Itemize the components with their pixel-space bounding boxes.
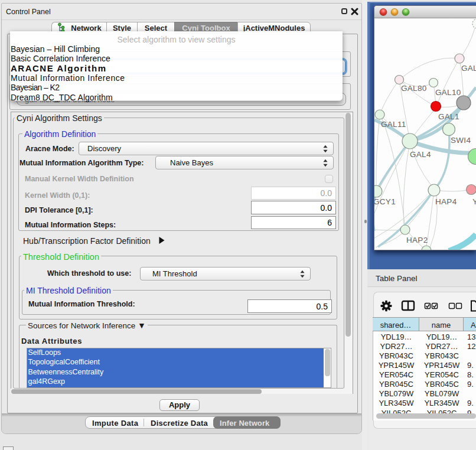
svg-text:HAP4: HAP4 bbox=[435, 197, 457, 206]
svg-text:GAL1: GAL1 bbox=[438, 112, 459, 121]
svg-text:Y: Y bbox=[472, 197, 476, 206]
svg-text:GCY1: GCY1 bbox=[374, 197, 396, 206]
svg-text:GAL80: GAL80 bbox=[401, 84, 427, 93]
svg-text:GAL: GAL bbox=[461, 64, 476, 73]
svg-text:HAP2: HAP2 bbox=[406, 236, 428, 244]
svg-text:SWI4: SWI4 bbox=[451, 136, 471, 145]
svg-text:GAL11: GAL11 bbox=[381, 120, 406, 129]
svg-text:GAL10: GAL10 bbox=[435, 88, 461, 97]
svg-text:GAL4: GAL4 bbox=[410, 150, 431, 159]
